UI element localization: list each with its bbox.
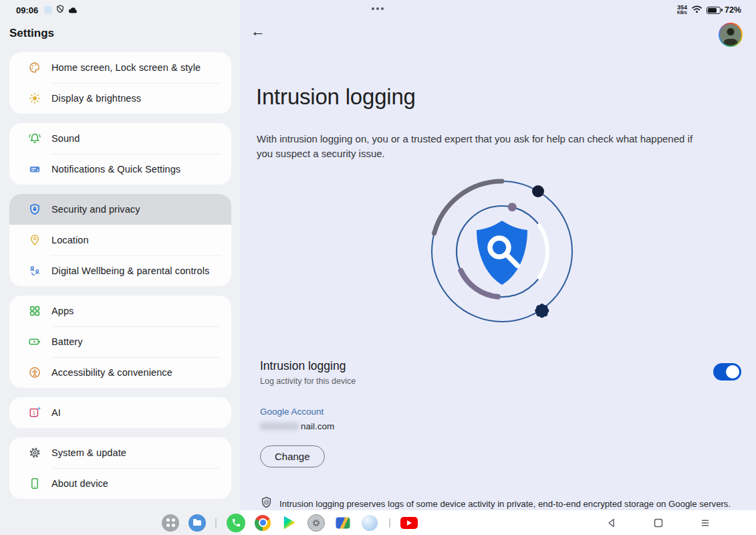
sidebar-item-label: Home screen, Lock screen & style [51, 62, 201, 73]
sidebar-item-home-screen[interactable]: Home screen, Lock screen & style [9, 52, 231, 83]
assistant-app-icon[interactable] [362, 515, 378, 531]
location-pin-icon [28, 233, 41, 247]
phone-icon [28, 477, 41, 490]
page-title-settings: Settings [9, 27, 54, 40]
sidebar-item-label: Sound [51, 133, 80, 144]
status-bar-left: 09:06 [16, 4, 78, 16]
sidebar-item-ai[interactable]: 1 AI [9, 397, 231, 428]
email-visible-text: nail.com [301, 421, 334, 431]
intrusion-logging-toggle[interactable] [713, 363, 741, 381]
app-drawer-icon[interactable] [162, 514, 179, 532]
accessibility-icon [28, 366, 41, 379]
sidebar-item-label: Accessibility & convenience [51, 367, 172, 378]
sidebar-item-label: Battery [51, 336, 83, 347]
sidebar-groups: Home screen, Lock screen & style Display… [0, 52, 241, 508]
sidebar-group: System & update About device [9, 437, 231, 499]
shield-lock-icon [28, 203, 41, 216]
status-bar-right: 354 KB/s 72% [677, 4, 741, 16]
chrome-app-icon[interactable] [255, 515, 271, 531]
sidebar-item-label: Display & brightness [51, 93, 141, 104]
faded-app-status-icon [44, 6, 52, 14]
ai-icon: 1 [28, 406, 41, 419]
avatar-photo [720, 24, 741, 45]
sidebar-group: 1 AI [9, 397, 231, 428]
taskbar-divider [215, 518, 217, 528]
account-email: nail.com [260, 421, 334, 431]
wellbeing-icon [28, 264, 41, 278]
settings-app-icon[interactable] [307, 514, 325, 532]
taskbar [0, 510, 756, 535]
gear-icon [28, 446, 41, 459]
more-dots-icon[interactable] [372, 7, 374, 10]
footer-note-text: Intrusion logging preserves logs of some… [279, 499, 731, 509]
sidebar-item-label: Location [51, 235, 89, 245]
sidebar-item-location[interactable]: Location [9, 225, 231, 255]
bell-icon [28, 132, 41, 145]
settings-sidebar: 09:06 Settings Home screen, Lock screen … [0, 0, 241, 535]
quick-settings-icon [28, 163, 41, 176]
nav-home-icon[interactable] [653, 517, 664, 528]
screen: 09:06 Settings Home screen, Lock screen … [0, 0, 756, 535]
footer-note: @ Intrusion logging preserves logs of so… [260, 496, 731, 512]
page-title: Intrusion logging [256, 84, 416, 110]
phone-app-icon[interactable] [227, 514, 245, 532]
sidebar-item-label: Apps [51, 306, 74, 316]
google-account-label: Google Account [260, 407, 324, 417]
sidebar-item-label: Security and privacy [51, 204, 140, 215]
toggle-row-label: Intrusion logging [260, 359, 346, 373]
sidebar-item-label: Digital Wellbeing & parental controls [51, 265, 209, 276]
apps-grid-icon [28, 304, 41, 318]
sidebar-item-battery[interactable]: Battery [9, 326, 231, 357]
sidebar-item-label: System & update [51, 447, 126, 458]
sidebar-group: Security and privacy Location Digital We… [9, 194, 231, 286]
change-account-button[interactable]: Change [260, 445, 325, 467]
cloud-icon [68, 4, 78, 16]
sidebar-item-label: Notifications & Quick Settings [51, 164, 180, 175]
shield-search-orbit-illustration [428, 178, 576, 325]
nav-recents-icon[interactable] [700, 517, 711, 528]
palette-icon [28, 61, 41, 74]
brightness-icon [28, 92, 41, 105]
page-description: With intrusion logging on, you or a trus… [257, 132, 710, 160]
clock: 09:06 [16, 5, 38, 15]
sidebar-item-about-device[interactable]: About device [9, 468, 231, 499]
sidebar-item-security-privacy[interactable]: Security and privacy [9, 194, 231, 225]
network-speed-indicator: 354 KB/s [677, 5, 687, 15]
battery-percent: 72% [725, 5, 741, 15]
wifi-icon [691, 4, 703, 16]
gallery-app-icon[interactable] [336, 517, 350, 528]
battery-icon [28, 335, 41, 348]
taskbar-divider [389, 518, 390, 528]
sidebar-group: Sound Notifications & Quick Settings [9, 123, 231, 185]
network-speed-unit: KB/s [677, 11, 687, 15]
shield-slash-icon [56, 4, 64, 16]
nav-back-icon[interactable] [606, 517, 618, 528]
avatar[interactable] [719, 23, 743, 47]
svg-text:1: 1 [33, 410, 36, 416]
battery-status-icon [707, 7, 721, 14]
sidebar-item-display-brightness[interactable]: Display & brightness [9, 83, 231, 114]
toggle-row-sublabel: Log activity for this device [260, 377, 356, 386]
sidebar-item-digital-wellbeing[interactable]: Digital Wellbeing & parental controls [9, 255, 231, 286]
sidebar-group: Home screen, Lock screen & style Display… [9, 52, 231, 114]
sidebar-item-label: About device [51, 478, 108, 489]
sidebar-item-sound[interactable]: Sound [9, 123, 231, 154]
sidebar-group: Apps Battery Accessibility & convenience [9, 296, 231, 388]
sidebar-item-accessibility[interactable]: Accessibility & convenience [9, 357, 231, 388]
youtube-app-icon[interactable] [400, 517, 418, 529]
sidebar-item-notifications[interactable]: Notifications & Quick Settings [9, 154, 231, 185]
files-app-icon[interactable] [188, 514, 206, 532]
shield-at-icon: @ [260, 496, 273, 512]
sidebar-item-system-update[interactable]: System & update [9, 437, 231, 468]
play-store-icon[interactable] [283, 516, 296, 530]
status-icons-left [44, 4, 78, 16]
sidebar-item-apps[interactable]: Apps [9, 296, 231, 326]
email-redacted-blur [260, 423, 299, 430]
back-arrow-icon[interactable]: ← [251, 24, 265, 39]
sidebar-item-label: AI [51, 407, 61, 418]
svg-text:@: @ [263, 499, 269, 506]
